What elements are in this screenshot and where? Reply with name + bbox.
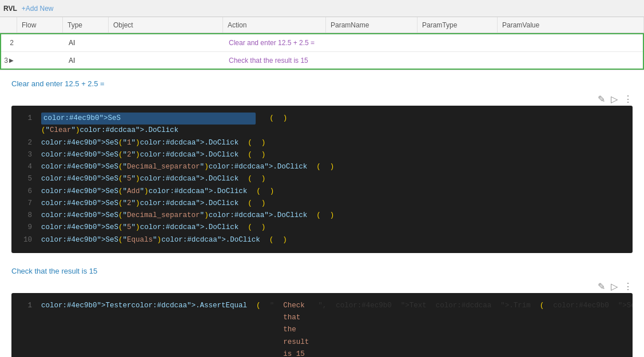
table-area: Flow Type Object Action ParamName ParamT… xyxy=(0,17,644,70)
row-paramtype xyxy=(419,52,499,69)
add-new-button[interactable]: +Add New xyxy=(22,5,54,13)
code-block-1: 1 color:#4ec9b0">SeS("Clear")color:#dcdc… xyxy=(11,106,633,253)
code-line: 9 color:#4ec9b0">SeS("5")color:#dcdcaa">… xyxy=(21,222,623,234)
row-type: AI xyxy=(64,34,110,51)
section1: Clear and enter 12.5 + 2.5 = ✎ ▷ ⋮ 1 col… xyxy=(11,79,633,253)
section2: Check that the result is 15 ✎ ▷ ⋮ 1 colo… xyxy=(11,267,633,357)
row-type: AI xyxy=(64,52,110,69)
row-paramname xyxy=(327,52,419,69)
code-toolbar-2: ✎ ▷ ⋮ xyxy=(11,281,633,292)
content-area: Clear and enter 12.5 + 2.5 = ✎ ▷ ⋮ 1 col… xyxy=(0,70,644,357)
top-bar: RVL +Add New xyxy=(0,0,644,17)
edit-icon[interactable]: ✎ xyxy=(598,94,605,105)
code-line: 2 color:#4ec9b0">SeS("1")color:#dcdcaa">… xyxy=(21,137,623,149)
code-line: 7 color:#4ec9b0">SeS("2")color:#dcdcaa">… xyxy=(21,198,623,210)
code-line: 1 color:#4ec9b0">SeS("Clear")color:#dcdc… xyxy=(21,113,623,137)
code-line: 6 color:#4ec9b0">SeS("Add")color:#dcdcaa… xyxy=(21,186,623,198)
code-line: 8 color:#4ec9b0">SeS("Decimal_separator"… xyxy=(21,210,623,222)
th-action: Action xyxy=(223,17,326,33)
edit-icon-2[interactable]: ✎ xyxy=(598,281,605,292)
row-paramtype xyxy=(419,34,499,51)
th-paramvalue: ParamValue xyxy=(498,17,644,33)
table-header: Flow Type Object Action ParamName ParamT… xyxy=(0,17,644,33)
table-row[interactable]: 2 AI Clear and enter 12.5 + 2.5 = xyxy=(1,34,643,51)
row-play-indicator: ▶ xyxy=(9,57,14,63)
more-icon[interactable]: ⋮ xyxy=(623,94,633,105)
section1-title: Clear and enter 12.5 + 2.5 = xyxy=(11,79,633,88)
code-line: 4 color:#4ec9b0">SeS("Decimal_separator"… xyxy=(21,161,623,173)
row-flow xyxy=(18,34,64,51)
th-flow: Flow xyxy=(17,17,63,33)
th-paramtype: ParamType xyxy=(418,17,498,33)
th-rownum xyxy=(0,17,17,33)
code-toolbar-1: ✎ ▷ ⋮ xyxy=(11,94,633,105)
code-line: 10 color:#4ec9b0">SeS("Equals")color:#dc… xyxy=(21,234,623,246)
row-paramvalue xyxy=(499,34,643,51)
run-icon-2[interactable]: ▷ xyxy=(611,281,618,292)
row-paramvalue xyxy=(499,52,643,69)
code-line: 5 color:#4ec9b0">SeS("5")color:#dcdcaa">… xyxy=(21,173,623,185)
th-paramname: ParamName xyxy=(326,17,418,33)
code-line: 3 color:#4ec9b0">SeS("2")color:#dcdcaa">… xyxy=(21,149,623,161)
more-icon-2[interactable]: ⋮ xyxy=(623,281,633,292)
row-object xyxy=(110,52,224,69)
th-object: Object xyxy=(109,17,223,33)
row-flow xyxy=(18,52,64,69)
code-line: 1 color:#4ec9b0">Testercolor:#dcdcaa">.A… xyxy=(21,300,623,357)
row-action: Clear and enter 12.5 + 2.5 = xyxy=(224,34,327,51)
section2-title: Check that the result is 15 xyxy=(11,267,633,275)
row-number: 3 xyxy=(4,57,8,65)
th-type: Type xyxy=(63,17,109,33)
row-number-indicator: 3 ▶ xyxy=(1,52,18,69)
row-number: 2 xyxy=(1,34,18,51)
selected-rows-box: 2 AI Clear and enter 12.5 + 2.5 = 3 ▶ AI… xyxy=(0,33,644,70)
row-action: Check that the result is 15 xyxy=(224,52,327,69)
table-row[interactable]: 3 ▶ AI Check that the result is 15 xyxy=(1,51,643,69)
rvl-label: RVL xyxy=(3,5,17,13)
run-icon[interactable]: ▷ xyxy=(611,94,618,105)
code-block-2: 1 color:#4ec9b0">Testercolor:#dcdcaa">.A… xyxy=(11,293,633,357)
row-object xyxy=(110,34,224,51)
row-paramname xyxy=(327,34,419,51)
